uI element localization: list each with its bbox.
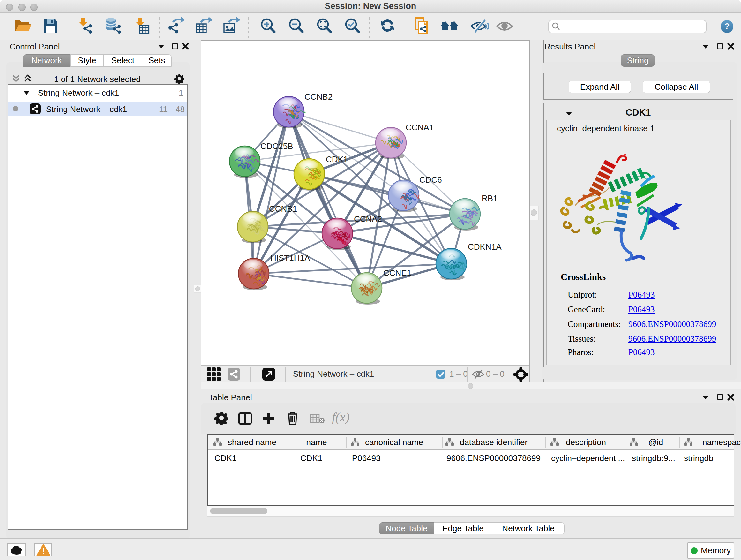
svg-text:f(x): f(x) (332, 410, 350, 424)
svg-text:?: ? (724, 21, 730, 31)
